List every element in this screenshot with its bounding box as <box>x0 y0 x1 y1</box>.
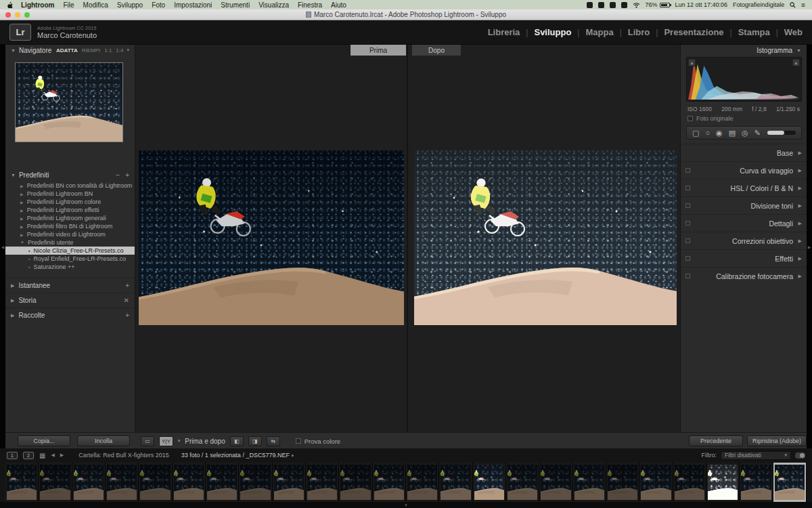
filmstrip-thumbnail-4[interactable] <box>106 463 139 502</box>
filmstrip-thumbnail-22[interactable] <box>706 463 740 502</box>
presets-panel-header[interactable]: ▼ Predefiniti − + <box>5 169 135 180</box>
filter-switch[interactable] <box>795 452 805 459</box>
paste-settings-button[interactable]: Incolla <box>77 436 130 446</box>
filmstrip-thumbnail-18[interactable] <box>573 463 606 502</box>
panel-switch-icon[interactable] <box>685 256 690 261</box>
apple-menu-icon[interactable] <box>7 1 13 9</box>
panel-switch-icon[interactable] <box>685 274 690 278</box>
graduated-filter-icon[interactable]: ▤ <box>729 129 736 137</box>
menubar-clock[interactable]: Lun 12 ott 17:40:06 <box>675 1 728 8</box>
tool-slider[interactable] <box>767 131 796 135</box>
filmstrip-thumbnail-24[interactable] <box>773 463 807 502</box>
panel-hsl-colori-b-n[interactable]: HSL / Colori / B & N▶ <box>681 179 807 196</box>
add-icon[interactable]: + <box>125 282 129 289</box>
right-panel-collapse-arrow[interactable]: ▶ <box>807 45 812 448</box>
before-label-tab[interactable]: Prima <box>351 45 406 56</box>
menubar-account[interactable]: Fotografieindigitale <box>733 1 784 8</box>
module-tab-libro[interactable]: Libro <box>628 27 650 37</box>
crop-tool-icon[interactable]: ▢ <box>692 129 699 137</box>
module-tab-sviluppo[interactable]: Sviluppo <box>534 27 571 37</box>
panel-switch-icon[interactable] <box>685 203 690 208</box>
battery-indicator[interactable]: 76% <box>646 1 670 8</box>
navigator-panel-header[interactable]: ▼ Navigatore ADATTARIEMPI1:11:4 ▾ <box>5 45 135 56</box>
radial-filter-icon[interactable]: ◎ <box>742 129 748 137</box>
swap-before-after-icon[interactable]: ⇆ <box>267 436 280 446</box>
filmstrip-thumbnail-21[interactable] <box>673 463 706 502</box>
filmstrip-thumbnail-9[interactable] <box>273 463 306 502</box>
menubar-item-aiuto[interactable]: Aiuto <box>331 1 346 9</box>
preset-item-nicole-clizia-free-lr-presets-co[interactable]: ▪Nicole Clizia_Free-LR-Presets.co <box>5 247 135 255</box>
menubar-item-finestra[interactable]: Finestra <box>298 1 322 9</box>
panel-switch-icon[interactable] <box>685 186 690 190</box>
spot-removal-icon[interactable]: ○ <box>705 129 710 137</box>
menubar-item-file[interactable]: File <box>63 1 74 9</box>
panel-calibrazione-fotocamera[interactable]: Calibrazione fotocamera▶ <box>681 267 807 284</box>
loupe-view-icon[interactable]: ▭ <box>141 436 154 446</box>
filmstrip-source-label[interactable]: Cartella: Red Bull X-fighters 2015 <box>78 452 169 459</box>
preset-folder-predefiniti-lightroom-colore[interactable]: ▶Predefiniti Lightroom colore <box>5 198 135 206</box>
navigator-zoom-1-1[interactable]: 1:1 <box>104 47 112 54</box>
filmstrip-selection-label[interactable]: 33 foto / 1 selezionata / _DSC5779.NEF ▾ <box>181 452 294 459</box>
menubar-item-sviluppo[interactable]: Sviluppo <box>117 1 143 9</box>
menu-extra-icon-2[interactable] <box>598 2 604 8</box>
filmstrip-thumbnail-10[interactable] <box>306 463 339 502</box>
clear-icon[interactable]: ✕ <box>124 297 129 304</box>
filmstrip-thumbnail-2[interactable] <box>39 463 72 502</box>
previous-button[interactable]: Precedente <box>689 436 743 446</box>
preset-folder-predefiniti-lightroom-generali[interactable]: ▶Predefiniti Lightroom generali <box>5 214 135 222</box>
panel-storia[interactable]: ▶Storia✕ <box>5 293 135 308</box>
histogram-panel-header[interactable]: Istogramma ▼ <box>681 45 807 56</box>
navigator-preview[interactable] <box>15 62 123 142</box>
filmstrip-thumbnail-5[interactable] <box>139 463 172 502</box>
menubar-item-foto[interactable]: Foto <box>152 1 165 9</box>
preset-item-saturazione[interactable]: ▪Saturazione ++ <box>5 263 135 271</box>
navigator-zoom-1-4[interactable]: 1:4 <box>116 47 123 54</box>
preset-folder-predefiniti-lightroom-bn[interactable]: ▶Predefiniti Lightroom BN <box>5 190 135 198</box>
preset-folder-predefiniti-utente[interactable]: ▼Predefiniti utente <box>5 238 135 247</box>
filter-dropdown[interactable]: Filtri disattivati▾ <box>721 451 791 460</box>
filmstrip-thumbnail-6[interactable] <box>173 463 206 502</box>
menubar-item-strumenti[interactable]: Strumenti <box>221 1 250 9</box>
secondary-monitor-icon[interactable]: 2 <box>23 452 34 459</box>
module-tab-libreria[interactable]: Libreria <box>488 27 520 37</box>
original-photo-row[interactable]: Foto originale <box>687 115 734 122</box>
reset-button[interactable]: Ripristina (Adobe) <box>747 436 807 446</box>
filmstrip-thumbnail-11[interactable] <box>339 463 372 502</box>
module-tab-stampa[interactable]: Stampa <box>738 27 770 37</box>
collapse-presets-icon[interactable]: − <box>116 171 120 179</box>
menubar-item-impostazioni[interactable]: Impostazioni <box>174 1 212 9</box>
filmstrip-thumbnail-15[interactable] <box>473 463 506 502</box>
module-tab-mappa[interactable]: Mappa <box>585 27 613 37</box>
filmstrip-thumbnail-14[interactable] <box>439 463 472 502</box>
filmstrip-thumbnail-3[interactable] <box>72 463 106 502</box>
histogram[interactable]: ▲ ▲ <box>686 57 802 102</box>
preset-folder-predefiniti-filtro-bn-di-lightroom[interactable]: ▶Predefiniti filtro BN di Lightroom <box>5 222 135 230</box>
panel-effetti[interactable]: Effetti▶ <box>681 249 807 267</box>
add-icon[interactable]: + <box>125 312 129 319</box>
before-photo[interactable] <box>139 150 404 325</box>
go-back-icon[interactable]: ◀ <box>51 452 54 458</box>
menu-extra-icon-3[interactable] <box>610 2 616 8</box>
module-tab-web[interactable]: Web <box>784 27 803 37</box>
panel-switch-icon[interactable] <box>685 221 690 226</box>
preset-folder-predefiniti-video-di-lightroom[interactable]: ▶Predefiniti video di Lightroom <box>5 230 135 238</box>
menu-extra-icon-1[interactable] <box>587 2 593 8</box>
shadow-clipping-icon[interactable]: ▲ <box>688 59 696 66</box>
go-forward-icon[interactable]: ▶ <box>60 452 64 458</box>
panel-dettagli[interactable]: Dettagli▶ <box>681 214 807 232</box>
filmstrip-thumbnail-1[interactable] <box>5 463 39 502</box>
checkbox-icon[interactable] <box>296 438 301 444</box>
copy-settings-button[interactable]: Copia... <box>18 436 70 446</box>
primary-monitor-icon[interactable]: 1 <box>7 452 18 459</box>
highlight-clipping-icon[interactable]: ▲ <box>792 59 800 66</box>
navigator-zoom-riempi[interactable]: RIEMPI <box>82 47 101 54</box>
panel-switch-icon[interactable] <box>685 238 690 243</box>
soft-proofing-toggle[interactable]: Prova colore <box>296 438 340 445</box>
wifi-icon[interactable] <box>633 2 640 8</box>
preset-folder-predefiniti-lightroom-effetti[interactable]: ▶Predefiniti Lightroom effetti <box>5 206 135 214</box>
panel-switch-icon[interactable] <box>685 168 690 173</box>
filmstrip-bottom-bar[interactable]: ▼ <box>0 502 812 508</box>
preset-folder-predefiniti-bn-con-tonalit-di-lightroom[interactable]: ▶Predefiniti BN con tonalità di Lightroo… <box>5 182 135 190</box>
adjustment-brush-icon[interactable]: ✎ <box>754 129 761 137</box>
panel-base[interactable]: Base▶ <box>681 144 807 161</box>
